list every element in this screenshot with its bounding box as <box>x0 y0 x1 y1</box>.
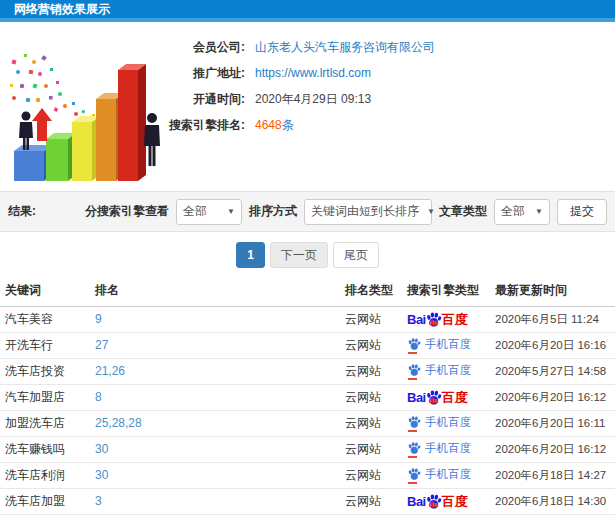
keyword-cell: 洗车店加盟 <box>0 488 90 514</box>
rank-link[interactable]: 27 <box>95 338 108 352</box>
table-row: 开洗车行 27 云网站 手机百度 2020年6月20日 16:16 <box>0 332 615 358</box>
baidu-logo-bai: Bai <box>407 495 426 508</box>
engine-type-cell: 手机百度 <box>402 410 490 436</box>
sort-select-value: 关键词由短到长排序 <box>311 203 419 220</box>
mobile-baidu-label: 手机百度 <box>425 441 471 456</box>
baidu-logo-cn: 百度 <box>442 391 468 404</box>
page-title: 网络营销效果展示 <box>14 1 110 18</box>
person-right <box>144 113 160 166</box>
chevron-down-icon: ▼ <box>227 207 235 216</box>
engine-filter-label: 分搜索引擎查看 <box>85 203 169 220</box>
rank-link[interactable]: 8 <box>95 390 102 404</box>
rank-count-number: 4648 <box>255 118 282 132</box>
filter-bar: 结果: 分搜索引擎查看 全部 ▼ 排序方式 关键词由短到长排序 ▼ 文章类型 全… <box>0 191 615 232</box>
keyword-cell: 加盟洗车店 <box>0 410 90 436</box>
keyword-cell: 洗车赚钱吗 <box>0 436 90 462</box>
keyword-cell: 汽车加盟店 <box>0 384 90 410</box>
baidu-paw-icon <box>407 415 421 429</box>
open-time-value: 2020年4月29日 09:13 <box>255 91 371 108</box>
keyword-cell: 洗车店利润 <box>0 462 90 488</box>
baidu-logo-cn: 百度 <box>442 313 468 326</box>
mobile-baidu-label: 手机百度 <box>425 363 471 378</box>
table-header-row: 关键词 排名 排名类型 搜索引擎类型 最新更新时间 <box>0 276 615 306</box>
engine-type-cell: 手机百度 <box>402 462 490 488</box>
rank-count-unit: 条 <box>282 118 294 132</box>
engine-type-cell: Bai du 百度 <box>402 306 490 332</box>
mobile-baidu-label: 手机百度 <box>425 337 471 352</box>
filter-controls: 分搜索引擎查看 全部 ▼ 排序方式 关键词由短到长排序 ▼ 文章类型 全部 ▼ … <box>85 199 607 225</box>
keyword-cell: 开洗车行 <box>0 332 90 358</box>
updated-cell: 2020年6月5日 11:24 <box>490 306 615 332</box>
rank-type-cell: 云网站 <box>340 358 402 384</box>
mobile-baidu-logo: 手机百度 <box>407 441 471 456</box>
rank-link[interactable]: 9 <box>95 312 102 326</box>
mobile-baidu-logo: 手机百度 <box>407 467 471 482</box>
rank-link[interactable]: 21,26 <box>95 364 125 378</box>
company-label: 会员公司: <box>163 39 245 56</box>
rank-link[interactable]: 3 <box>95 494 102 508</box>
company-link[interactable]: 山东老人头汽车服务咨询有限公司 <box>255 39 435 56</box>
pagination: 1 下一页 尾页 <box>0 242 615 268</box>
url-label: 推广地址: <box>163 65 245 82</box>
mobile-baidu-underline <box>408 482 417 484</box>
engine-type-cell: Bai du 百度 <box>402 384 490 410</box>
mobile-baidu-underline <box>408 378 417 380</box>
member-info: 会员公司: 山东老人头汽车服务咨询有限公司 推广地址: https://www.… <box>163 22 615 138</box>
updated-cell: 2020年6月20日 16:12 <box>490 436 615 462</box>
header-rank-type: 排名类型 <box>340 276 402 306</box>
result-label: 结果: <box>8 203 36 220</box>
promotion-url-link[interactable]: https://www.lrtlsd.com <box>255 66 371 80</box>
mobile-baidu-logo: 手机百度 <box>407 415 471 430</box>
mobile-baidu-label: 手机百度 <box>425 415 471 430</box>
rank-link[interactable]: 30 <box>95 442 108 456</box>
updated-cell: 2020年6月20日 16:16 <box>490 332 615 358</box>
baidu-logo-cn: 百度 <box>442 495 468 508</box>
baidu-logo: Bai du 百度 <box>407 389 468 404</box>
rank-count-value: 4648条 <box>255 117 294 134</box>
bar-chart-illustration <box>2 26 160 188</box>
updated-cell: 2020年6月20日 16:12 <box>490 384 615 410</box>
mobile-baidu-label: 手机百度 <box>425 467 471 482</box>
mobile-baidu-logo: 手机百度 <box>407 363 471 378</box>
updated-cell: 2020年6月20日 16:11 <box>490 410 615 436</box>
sort-select[interactable]: 关键词由短到长排序 ▼ <box>304 199 432 225</box>
last-page-button[interactable]: 尾页 <box>333 242 379 268</box>
next-page-button[interactable]: 下一页 <box>270 242 328 268</box>
sort-label: 排序方式 <box>249 203 297 220</box>
info-row-company: 会员公司: 山东老人头汽车服务咨询有限公司 <box>163 34 615 60</box>
baidu-logo-du: du <box>429 397 439 405</box>
table-row: 洗车赚钱吗 30 云网站 手机百度 2020年6月20日 16:12 <box>0 436 615 462</box>
article-type-select[interactable]: 全部 ▼ <box>494 199 550 225</box>
updated-cell: 2020年6月18日 14:30 <box>490 488 615 514</box>
table-row: 洗车店投资 21,26 云网站 手机百度 2020年5月27日 14:58 <box>0 358 615 384</box>
person-left <box>19 112 33 151</box>
baidu-logo-du: du <box>429 319 439 327</box>
mobile-baidu-logo: 手机百度 <box>407 337 471 352</box>
rank-count-label: 搜索引擎排名: <box>163 117 245 134</box>
table-row: 汽车加盟店 8 云网站 Bai du 百度 2020年6月20日 16:12 <box>0 384 615 410</box>
rank-link[interactable]: 30 <box>95 468 108 482</box>
engine-type-cell: 手机百度 <box>402 358 490 384</box>
baidu-paw-icon <box>407 363 421 377</box>
mobile-baidu-underline <box>408 352 417 354</box>
open-time-label: 开通时间: <box>163 91 245 108</box>
submit-button[interactable]: 提交 <box>557 199 607 225</box>
info-row-url: 推广地址: https://www.lrtlsd.com <box>163 60 615 86</box>
engine-type-cell: 手机百度 <box>402 436 490 462</box>
app-header: 网络营销效果展示 <box>0 0 615 22</box>
table-row: 洗车店利润 30 云网站 手机百度 2020年6月18日 14:27 <box>0 462 615 488</box>
engine-select[interactable]: 全部 ▼ <box>176 199 242 225</box>
baidu-logo-du: du <box>429 501 439 509</box>
article-type-select-value: 全部 <box>501 203 527 220</box>
baidu-logo-bai: Bai <box>407 391 426 404</box>
keyword-cell: 汽车美容 <box>0 306 90 332</box>
info-row-open-time: 开通时间: 2020年4月29日 09:13 <box>163 86 615 112</box>
rank-type-cell: 云网站 <box>340 462 402 488</box>
keyword-rank-table: 关键词 排名 排名类型 搜索引擎类型 最新更新时间 汽车美容 9 云网站 Bai… <box>0 276 615 515</box>
rank-link[interactable]: 25,28,28 <box>95 416 142 430</box>
page-1-button[interactable]: 1 <box>236 242 265 268</box>
bars <box>14 64 146 181</box>
baidu-logo: Bai du 百度 <box>407 493 468 508</box>
table-row: 汽车美容 9 云网站 Bai du 百度 2020年6月5日 11:24 <box>0 306 615 332</box>
table-row: 洗车店加盟 3 云网站 Bai du 百度 2020年6月18日 14:30 <box>0 488 615 514</box>
